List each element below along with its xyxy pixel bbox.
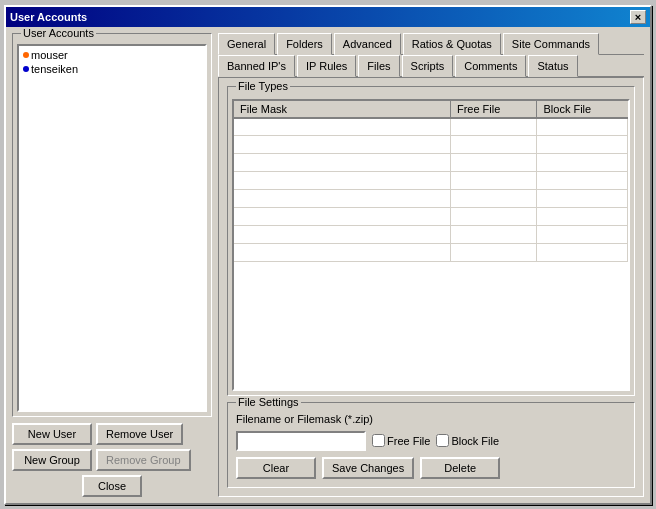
tree-item-mouser[interactable]: mouser: [21, 48, 203, 62]
file-types-tbody: [234, 118, 628, 262]
table-row: [234, 226, 628, 244]
table-row: [234, 208, 628, 226]
table-row: [234, 136, 628, 154]
tab-site-commands[interactable]: Site Commands: [503, 33, 599, 55]
table-row: [234, 118, 628, 136]
filename-row: Filename or Filemask (*.zip): [236, 413, 626, 425]
file-types-table-container: File Mask Free File Block File: [232, 99, 630, 391]
window-body: User Accounts mouser tenseiken New User …: [6, 27, 650, 503]
tabs-row1: General Folders Advanced Ratios & Quotas…: [218, 33, 644, 55]
tab-files[interactable]: Files: [358, 55, 399, 77]
right-panel: General Folders Advanced Ratios & Quotas…: [218, 33, 644, 497]
col-file-mask: File Mask: [234, 101, 450, 118]
tab-ratios-quotas[interactable]: Ratios & Quotas: [403, 33, 501, 55]
block-file-checkbox-group: Block File: [436, 434, 499, 447]
filename-input[interactable]: [236, 431, 366, 451]
close-button[interactable]: Close: [82, 475, 142, 497]
col-block-file: Block File: [537, 101, 628, 118]
user-icon-tenseiken: [23, 66, 29, 72]
free-file-label: Free File: [387, 435, 430, 447]
user-tree: mouser tenseiken: [17, 44, 207, 412]
file-types-header-row: File Mask Free File Block File: [234, 101, 628, 118]
tab-comments[interactable]: Comments: [455, 55, 526, 77]
col-free-file: Free File: [450, 101, 537, 118]
free-file-checkbox-group: Free File: [372, 434, 430, 447]
block-file-label: Block File: [451, 435, 499, 447]
tab-general[interactable]: General: [218, 33, 275, 55]
input-row: Free File Block File: [236, 431, 626, 451]
file-types-group: File Types File Mask Free File Block Fil…: [227, 86, 635, 396]
file-types-thead: File Mask Free File Block File: [234, 101, 628, 118]
tab-advanced[interactable]: Advanced: [334, 33, 401, 55]
table-row: [234, 172, 628, 190]
table-row: [234, 244, 628, 262]
window-title: User Accounts: [10, 11, 87, 23]
close-window-button[interactable]: ×: [630, 10, 646, 24]
title-bar: User Accounts ×: [6, 7, 650, 27]
user-accounts-group-label: User Accounts: [21, 27, 96, 39]
save-changes-button[interactable]: Save Changes: [322, 457, 414, 479]
new-user-button[interactable]: New User: [12, 423, 92, 445]
left-buttons-row3: Close: [12, 475, 212, 497]
file-settings-label: File Settings: [236, 396, 301, 408]
tab-banned-ips[interactable]: Banned IP's: [218, 55, 295, 77]
file-types-table: File Mask Free File Block File: [234, 101, 628, 263]
remove-user-button[interactable]: Remove User: [96, 423, 183, 445]
user-accounts-window: User Accounts × User Accounts mouser ten…: [4, 5, 652, 505]
tab-ip-rules[interactable]: IP Rules: [297, 55, 356, 77]
tree-item-tenseiken-label: tenseiken: [31, 63, 78, 75]
new-group-button[interactable]: New Group: [12, 449, 92, 471]
left-buttons-row1: New User Remove User: [12, 423, 212, 445]
user-accounts-group: User Accounts mouser tenseiken: [12, 33, 212, 417]
remove-group-button[interactable]: Remove Group: [96, 449, 191, 471]
tab-folders[interactable]: Folders: [277, 33, 332, 55]
action-buttons: Clear Save Changes Delete: [236, 457, 626, 479]
file-types-label: File Types: [236, 80, 290, 92]
tab-content-files: File Types File Mask Free File Block Fil…: [218, 77, 644, 497]
tab-scripts[interactable]: Scripts: [402, 55, 454, 77]
tree-item-tenseiken[interactable]: tenseiken: [21, 62, 203, 76]
table-row: [234, 154, 628, 172]
file-settings-group: File Settings Filename or Filemask (*.zi…: [227, 402, 635, 488]
block-file-checkbox[interactable]: [436, 434, 449, 447]
tab-status[interactable]: Status: [528, 55, 577, 77]
left-buttons: New User Remove User New Group Remove Gr…: [12, 423, 212, 497]
clear-button[interactable]: Clear: [236, 457, 316, 479]
tabs-row2: Banned IP's IP Rules Files Scripts Comme…: [218, 55, 644, 77]
delete-button[interactable]: Delete: [420, 457, 500, 479]
filename-label: Filename or Filemask (*.zip): [236, 413, 373, 425]
table-row: [234, 190, 628, 208]
free-file-checkbox[interactable]: [372, 434, 385, 447]
left-panel: User Accounts mouser tenseiken New User …: [12, 33, 212, 497]
left-buttons-row2: New Group Remove Group: [12, 449, 212, 471]
user-icon-mouser: [23, 52, 29, 58]
tree-item-mouser-label: mouser: [31, 49, 68, 61]
